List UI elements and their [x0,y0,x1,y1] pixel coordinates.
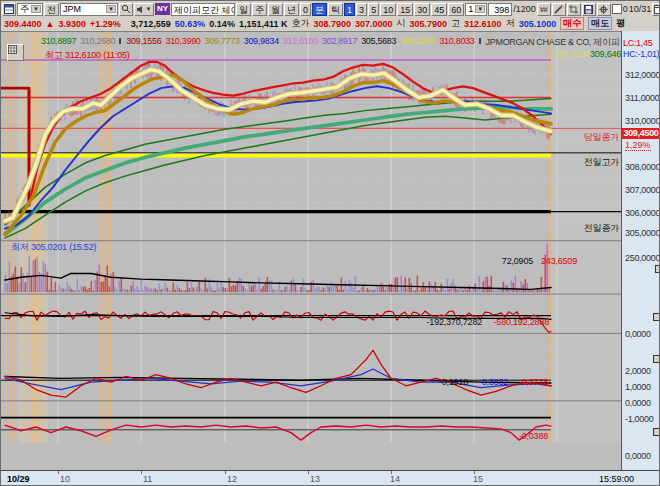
minute-30-button[interactable]: 30 [414,3,430,16]
price-tick: 310,0000 [625,116,660,126]
open-label: 시 [397,17,406,30]
hour-tick: 11 [143,474,152,484]
up-arrow-icon: ▲ [46,19,55,29]
legend-value: 309,1556 [126,36,161,49]
mode-minute-button[interactable]: 분 [312,3,327,16]
date-tick: 10/29 [7,474,30,484]
last-price: 309.4400 [4,19,42,29]
price-tick: 311,0000 [625,93,659,103]
bar-count-input[interactable]: 398 [488,3,512,16]
indicator-legend: 310,8897 310,2680 309,1556 310,3990 309,… [41,36,619,49]
volume-axis-tick: 250,0000 [625,253,660,263]
symbol-full-name: JPMORGAN CHASE & CO, 제이피모간 체이스 [486,36,619,49]
session-stripe [14,32,16,443]
hour-tick: 15 [473,474,483,484]
symbol-select[interactable]: JPM▼ [60,3,118,16]
pane3-axis-tick: 1,0000 [625,382,651,392]
gear-icon[interactable] [597,3,611,16]
ratio1-value: 50.63% [175,19,206,29]
hour-tick: 12 [227,474,237,484]
hoga-label: 호가 [291,17,309,30]
chart-region[interactable]: 310,8897 310,2680 309,1556 310,3990 309,… [1,31,621,470]
chart-type-select[interactable]: 주▼ [17,3,43,16]
end-time-label: 15:59:00 [599,474,634,484]
traded-value: 1,151,411 K [239,19,288,29]
low-price: 305.1000 [519,19,557,29]
symbol-name-input[interactable]: 제이피모간 체이 [171,3,235,16]
pane3-axis-tick: 2,0000 [625,366,651,376]
current-price-pct: 1,29% [625,140,651,151]
high-price: 312.6100 [464,19,502,29]
legend-value: 305,5683 [361,36,396,49]
window-icon[interactable] [2,3,16,16]
minute-45-button[interactable]: 45 [431,3,447,16]
chart-menu-icon[interactable] [7,44,24,61]
search-icon[interactable] [119,3,133,16]
avg-button[interactable]: 평 [616,17,625,30]
minute-1-button[interactable]: 1 [344,3,355,16]
legend-value: 312,6100 [283,36,318,49]
chevron-down-icon: ▼ [106,5,116,13]
price-change: 3.9300 [58,19,86,29]
minute-15-button[interactable]: 15 [397,3,413,16]
volume-value: 3,712,559 [131,19,171,29]
bar-total-label: /1200 [513,4,536,14]
minute-5-button[interactable]: 5 [368,3,379,16]
legend-swatch [119,38,121,44]
period-year-button[interactable]: 년 [284,3,299,16]
hour-tick: 14 [390,474,400,484]
overlay-checkbox[interactable] [612,4,622,14]
buy-button[interactable]: 매수 [560,17,584,30]
draw-tool-icon[interactable] [552,3,566,16]
period-0-button[interactable]: 0 [300,3,311,16]
period-month-button[interactable]: 월 [268,3,283,16]
price-tick: 307,0000 [625,185,660,195]
pane-menu-icon[interactable] [653,428,660,436]
pane-menu-icon[interactable] [655,265,660,273]
custom-minute-select[interactable]: 1▼ [465,3,487,16]
pane-menu-icon[interactable] [653,355,660,363]
legend-value: 309,7773 [205,36,240,49]
legend-value: 310,3990 [165,36,200,49]
pane3-axis-tick: -1,0000 [625,414,653,424]
save-icon[interactable] [582,3,596,16]
minute-3-button[interactable]: 3 [356,3,367,16]
minute-60-button[interactable]: 60 [448,3,464,16]
toolbar-row-1: 주▼ 전 JPM▼ ▼ NY 제이피모간 체이 일 주 월 년 0 분 틱 1 … [1,1,660,16]
hc-value: HC:-1,01) [623,49,659,59]
pane4-axis-tick: 0,0000 [625,451,651,461]
pane-menu-icon[interactable] [653,313,660,321]
chart-canvas[interactable] [1,32,621,470]
legend-value: 310,2680 [80,36,115,49]
pane2-axis-tick: 0,0000 [625,329,651,339]
prev-button[interactable]: 전 [44,3,59,16]
calendar-icon[interactable] [652,3,660,16]
legend-value: 309,9834 [244,36,279,49]
pane3-axis-tick: 0,0000 [625,398,651,408]
price-tick: 305,0000 [625,228,660,238]
price-axis-column[interactable]: LC:1,45 HC:-1,01) 312,0000 311,0000 310,… [621,31,660,470]
mode-tick-button[interactable]: 틱 [328,3,343,16]
toolbar-row-2: 309.4400 ▲ 3.9300 +1.29% 3,712,559 50.63… [1,16,660,31]
trading-chart-window: 주▼ 전 JPM▼ ▼ NY 제이피모간 체이 일 주 월 년 0 분 틱 1 … [0,0,660,486]
period-week-button[interactable]: 주 [252,3,267,16]
session-stripe [548,32,551,443]
price-tick: 312,0000 [625,70,660,80]
price-tick: 306,0000 [625,208,660,218]
bid-price: 307.0000 [355,19,393,29]
time-axis[interactable]: 10/29 10 11 12 13 14 15 15:59:00 [1,470,660,486]
no-data-area [551,32,621,443]
legend-value: 310,8033 [439,36,474,49]
session-stripe [10,32,12,443]
exchange-badge: NY [155,3,170,15]
period-day-button[interactable]: 일 [236,3,251,16]
hour-tick: 10 [60,474,70,484]
low-label: 저 [506,17,515,30]
won-tool-icon[interactable]: ₩ [537,3,551,16]
speaker-icon[interactable]: ▼ [134,3,154,16]
crop-tool-icon[interactable] [567,3,581,16]
price-change-pct: +1.29% [90,19,121,29]
sell-button[interactable]: 매도 [588,17,612,30]
minute-10-button[interactable]: 10 [380,3,396,16]
legend-swatch [479,38,481,44]
